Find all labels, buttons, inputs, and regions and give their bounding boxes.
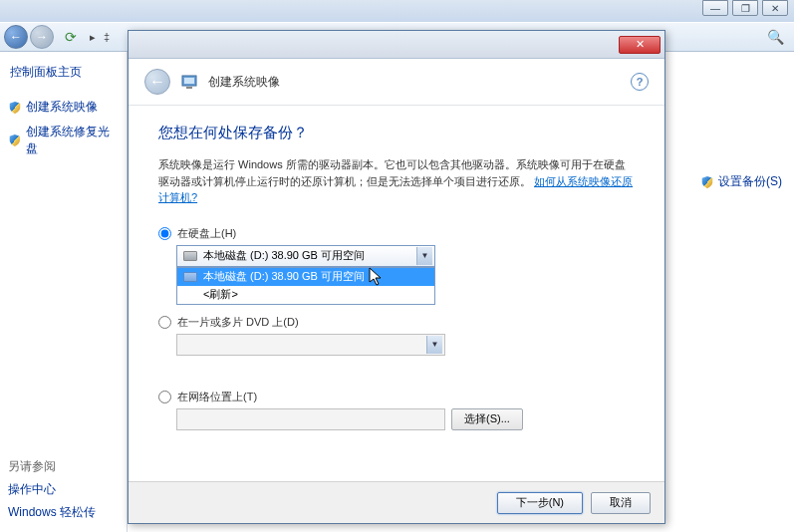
radio-network[interactable] [158,391,171,403]
setup-backup-label: 设置备份(S) [718,173,782,190]
setup-backup-link[interactable]: 设置备份(S) [700,173,782,190]
option-dvd[interactable]: 在一片或多片 DVD 上(D) [158,315,635,330]
see-also-action-center[interactable]: 操作中心 [8,478,96,501]
maximize-button[interactable]: ❐ [732,0,758,16]
shield-icon [8,133,22,147]
dialog-back-button[interactable]: ← [144,69,170,95]
option-hard-disk-label: 在硬盘上(H) [177,226,236,241]
svg-rect-1 [184,78,194,84]
help-icon[interactable]: ? [631,73,649,91]
svg-rect-2 [186,87,192,89]
dropdown-item-refresh[interactable]: <刷新> [177,286,434,304]
minimize-button[interactable]: — [702,0,728,16]
search-icon[interactable]: 🔍 [767,29,784,45]
close-window-button[interactable]: ✕ [762,0,788,16]
option-network-label: 在网络位置上(T) [177,390,257,404]
sidebar-link-label: 创建系统修复光盘 [26,124,119,157]
nav-back-button[interactable]: ← [4,25,28,49]
radio-dvd[interactable] [158,316,171,329]
dvd-combo: ▼ [176,334,445,356]
sidebar-link-repair-disc[interactable]: 创建系统修复光盘 [6,120,121,161]
dialog-header-text: 创建系统映像 [208,74,280,91]
breadcrumb-text[interactable]: ‡ [104,31,110,43]
window-titlebar: — ❐ ✕ [0,0,794,22]
see-also-heading: 另请参阅 [8,455,96,478]
shield-icon [700,175,714,189]
sidebar-see-also: 另请参阅 操作中心 Windows 轻松传 [8,455,96,524]
see-also-easy-transfer[interactable]: Windows 轻松传 [8,501,96,524]
dialog-question: 您想在何处保存备份？ [158,124,635,142]
disk-combo-value: 本地磁盘 (D:) 38.90 GB 可用空间 [203,248,365,263]
next-button[interactable]: 下一步(N) [497,492,583,514]
browse-button[interactable]: 选择(S)... [451,408,523,430]
shield-icon [8,101,22,115]
dialog-footer: 下一步(N) 取消 [129,481,664,523]
option-dvd-label: 在一片或多片 DVD 上(D) [177,315,299,330]
cancel-button[interactable]: 取消 [591,492,651,514]
dropdown-item-label: <刷新> [183,287,238,302]
option-network[interactable]: 在网络位置上(T) [158,390,635,404]
dropdown-item-local-disk[interactable]: 本地磁盘 (D:) 38.90 GB 可用空间 [177,268,434,286]
dialog-titlebar: ✕ [129,31,664,59]
disk-combo[interactable]: 本地磁盘 (D:) 38.90 GB 可用空间 ▼ [176,245,435,267]
sidebar-link-create-image[interactable]: 创建系统映像 [6,95,121,120]
option-hard-disk[interactable]: 在硬盘上(H) [158,226,635,241]
radio-hard-disk[interactable] [158,227,171,240]
control-panel-sidebar: 控制面板主页 创建系统映像 创建系统修复光盘 另请参阅 操作中心 Windows… [0,52,128,532]
disk-icon [183,272,197,282]
sidebar-title[interactable]: 控制面板主页 [6,64,121,81]
dialog-description: 系统映像是运行 Windows 所需的驱动器副本。它也可以包含其他驱动器。系统映… [158,156,635,206]
network-path-input [176,408,445,430]
dialog-body: 您想在何处保存备份？ 系统映像是运行 Windows 所需的驱动器副本。它也可以… [129,106,664,442]
create-system-image-dialog: ✕ ← 创建系统映像 ? 您想在何处保存备份？ 系统映像是运行 Windows … [128,30,665,524]
nav-forward-button[interactable]: → [30,25,54,49]
system-image-icon [180,73,198,91]
disk-dropdown: 本地磁盘 (D:) 38.90 GB 可用空间 <刷新> [176,267,435,305]
refresh-icon[interactable]: ⟳ [62,28,80,46]
dialog-header: ← 创建系统映像 ? [129,59,664,106]
chevron-down-icon: ▼ [426,336,442,354]
dropdown-item-label: 本地磁盘 (D:) 38.90 GB 可用空间 [203,269,365,284]
chevron-down-icon[interactable]: ▼ [416,247,432,265]
dialog-close-button[interactable]: ✕ [619,36,661,54]
sidebar-link-label: 创建系统映像 [26,99,98,116]
disk-icon [183,251,197,261]
breadcrumb-sep-icon: ▸ [90,31,96,44]
